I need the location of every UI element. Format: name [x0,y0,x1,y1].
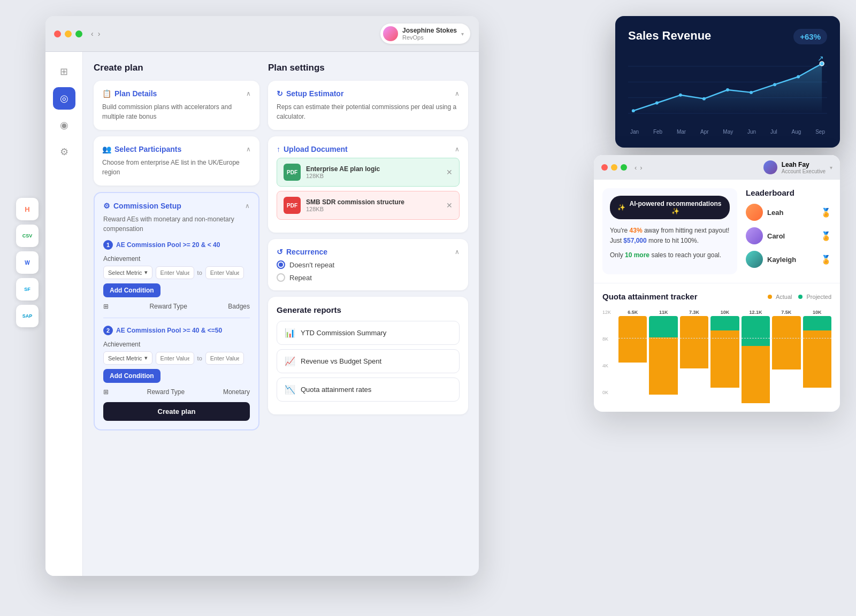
report-ytd-icon: 📊 [285,328,295,338]
setup-estimator-card: ↻ Setup Estimator ∧ Reps can estimate th… [268,81,468,130]
upload-chevron[interactable]: ∧ [455,145,460,153]
pool-1-reward-value: Badges [228,303,250,310]
plan-details-chevron[interactable]: ∧ [246,90,251,97]
pool-2-number: 2 [103,326,113,335]
lb-close[interactable] [601,164,608,171]
integration-csv[interactable]: CSV [16,225,39,247]
recurrence-option-2[interactable]: Repeat [277,273,460,282]
report-quota-icon: 📉 [285,384,295,395]
lb-forward[interactable]: › [640,164,642,172]
bar-group-7: 10K [803,310,831,403]
back-arrow[interactable]: ‹ [91,29,94,38]
recurrence-options: Doesn't repeat Repeat [277,260,460,282]
pool-1-enter-value-1[interactable] [156,266,194,279]
sidebar: ⊞ ◎ ◉ ⚙ [45,52,83,576]
select-participants-card: 👥 Select Participants ∧ Choose from ente… [94,136,259,186]
pool-2-enter-value-1[interactable] [156,352,194,365]
radio-2[interactable] [277,273,285,282]
plan-details-icon: 📋 [102,89,111,98]
lb-maximize[interactable] [621,164,627,171]
svg-point-12 [797,75,800,79]
radio-1-inner [279,263,283,267]
pool-1-add-condition[interactable]: Add Condition [103,283,160,297]
pool-2-add-condition[interactable]: Add Condition [103,369,160,383]
sidebar-item-plans[interactable]: ◎ [53,87,75,110]
report-quota[interactable]: 📉 Quota attainment rates [277,378,460,402]
recurrence-option-1[interactable]: Doesn't repeat [277,260,460,269]
file-2-name: SMB SDR commission structure [306,198,441,206]
lb-user-badge[interactable]: Leah Fay Account Executive ▾ [763,160,832,174]
recurrence-header: ↺ Recurrence ∧ [277,248,460,256]
sidebar-item-settings[interactable]: ⚙ [53,141,75,163]
bar-7-actual [803,330,831,388]
radio-1[interactable] [277,260,285,269]
upload-header: ↑ Upload Document ∧ [277,145,460,153]
create-plan-button[interactable]: Create plan [103,402,250,421]
pool-1-achievement: Achievement [103,255,250,263]
integration-sap[interactable]: SAP [16,305,39,327]
ai-text-2: Only 10 more sales to reach your goal. [610,250,730,260]
leaderboard-title: Leaderboard [746,188,831,197]
lb-minimize[interactable] [611,164,617,171]
pool-2: 2 AE Commission Pool >= 40 & <=50 Achiev… [103,318,250,396]
lb-back[interactable]: ‹ [635,164,637,172]
sidebar-item-dashboard[interactable]: ⊞ [53,60,75,83]
pool-2-reward-type: Reward Type [147,388,185,396]
pool-2-enter-value-2[interactable] [205,352,244,365]
commission-setup-card: ⚙ Commission Setup ∧ Reward AEs with mon… [94,192,259,430]
upload-icon: ↑ [277,145,280,153]
legend-projected: Projected [798,294,831,300]
pool-1: 1 AE Commission Pool >= 20 & < 40 Achiev… [103,240,250,310]
bar-group-1: 6.5K [618,310,647,403]
integration-salesforce[interactable]: SF [16,278,39,301]
file-1-size: 128KB [306,173,441,179]
sidebar-item-media[interactable]: ◉ [53,114,75,136]
ai-recs-button[interactable]: ✨ AI-powered recommendations ✨ [610,196,730,219]
pool-1-enter-value-2[interactable] [205,266,244,279]
ai-icon: ✨ [617,204,625,211]
bar-group-6: 7.5K [772,310,800,403]
y-0k: 0K [602,390,611,395]
report-ytd[interactable]: 📊 YTD Commission Summary [277,321,460,345]
ai-text-1: You're 43% away from hitting next payout… [610,226,730,246]
lb-content: ✨ AI-powered recommendations ✨ You're 43… [594,180,840,283]
commission-setup-header: ⚙ Commission Setup ∧ [103,202,250,210]
forward-arrow[interactable]: › [98,29,101,38]
recurrence-title: ↺ Recurrence [277,248,327,256]
file-1-close[interactable]: ✕ [446,168,453,176]
pool-2-select-metric[interactable]: Select Metric ▾ [103,351,152,365]
upload-title: ↑ Upload Document [277,145,348,153]
bar-5-actual [742,346,770,403]
pool-1-select-metric[interactable]: Select Metric ▾ [103,266,152,279]
close-button[interactable] [54,30,61,37]
recurrence-chevron[interactable]: ∧ [455,248,460,256]
ai-sales: 10 more [625,251,649,259]
participants-chevron[interactable]: ∧ [246,145,251,153]
reward-type-2-icon: ⊞ [103,388,109,396]
legend-projected-dot [798,295,802,299]
y-8k: 8K [602,336,611,342]
maximize-button[interactable] [75,30,82,37]
pool-2-reward-row: ⊞ Reward Type Monetary [103,388,250,396]
pool-1-label: 1 AE Commission Pool >= 20 & < 40 [103,240,250,250]
qt-chart-container: 12K 8K 4K 0K 6.5K 11K [602,310,831,403]
lb-avatar-1 [746,204,763,221]
sr-badge: +63% [793,29,827,44]
bar-group-5: 12.1K [742,310,770,403]
lb-user-role: Account Executive [782,168,826,174]
integration-hubspot[interactable]: H [16,198,39,220]
estimator-chevron[interactable]: ∧ [455,90,460,97]
integration-word[interactable]: W [16,251,39,274]
minimize-button[interactable] [65,30,72,37]
report-revenue-icon: 📈 [285,356,295,366]
pool-2-label: 2 AE Commission Pool >= 40 & <=50 [103,326,250,335]
user-badge[interactable]: Josephine Stokes RevOps ▾ [380,24,470,44]
report-revenue[interactable]: 📈 Revenue vs Budget Spent [277,349,460,373]
svg-text:↗: ↗ [817,55,824,63]
file-2-close[interactable]: ✕ [446,201,453,210]
estimator-desc: Reps can estimate their potential commis… [277,102,460,121]
bar-4-actual [710,330,739,388]
estimator-icon: ↻ [277,89,283,98]
month-jul: Jul [770,129,777,135]
commission-chevron[interactable]: ∧ [245,202,250,210]
